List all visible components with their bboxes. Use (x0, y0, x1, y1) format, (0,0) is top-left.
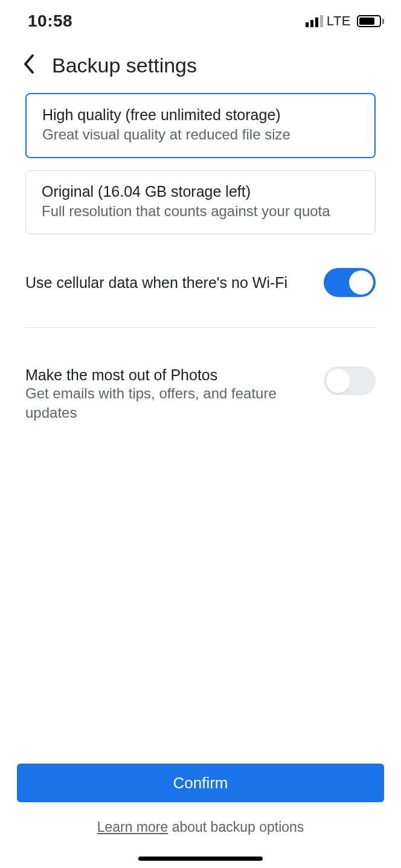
tips-subtitle: Get emails with tips, offers, and featur… (25, 384, 312, 421)
footer: Confirm Learn more about backup options (0, 764, 401, 868)
cellular-label: Use cellular data when there's no Wi-Fi (25, 273, 287, 293)
status-bar: 10:58 LTE (0, 0, 401, 37)
signal-bars-icon (306, 15, 323, 27)
tips-title: Make the most out of Photos (25, 366, 312, 384)
option-original[interactable]: Original (16.04 GB storage left) Full re… (25, 170, 376, 234)
option-high-quality-title: High quality (free unlimited storage) (42, 106, 359, 124)
status-network-label: LTE (327, 13, 351, 29)
option-original-subtitle: Full resolution that counts against your… (42, 202, 359, 220)
battery-icon (357, 15, 384, 27)
option-original-title: Original (16.04 GB storage left) (42, 183, 359, 200)
content: High quality (free unlimited storage) Gr… (0, 93, 401, 438)
learn-more-link[interactable]: Learn more (97, 819, 168, 835)
cellular-toggle[interactable] (324, 268, 376, 297)
page-header: Backup settings (0, 37, 401, 93)
chevron-left-icon (22, 53, 35, 75)
divider (25, 327, 376, 328)
tips-toggle-row: Make the most out of Photos Get emails w… (25, 348, 376, 437)
status-time: 10:58 (28, 11, 72, 31)
cellular-toggle-row: Use cellular data when there's no Wi-Fi (25, 246, 376, 315)
home-indicator[interactable] (138, 857, 263, 861)
tips-text: Make the most out of Photos Get emails w… (25, 366, 312, 421)
page-title: Backup settings (52, 54, 197, 77)
confirm-button[interactable]: Confirm (17, 764, 384, 802)
back-button[interactable] (22, 53, 35, 77)
option-high-quality[interactable]: High quality (free unlimited storage) Gr… (25, 93, 376, 158)
option-high-quality-subtitle: Great visual quality at reduced file siz… (42, 125, 359, 144)
learn-more-line: Learn more about backup options (17, 819, 384, 835)
status-right: LTE (306, 13, 384, 29)
tips-toggle[interactable] (324, 366, 376, 395)
learn-more-rest: about backup options (168, 819, 304, 835)
